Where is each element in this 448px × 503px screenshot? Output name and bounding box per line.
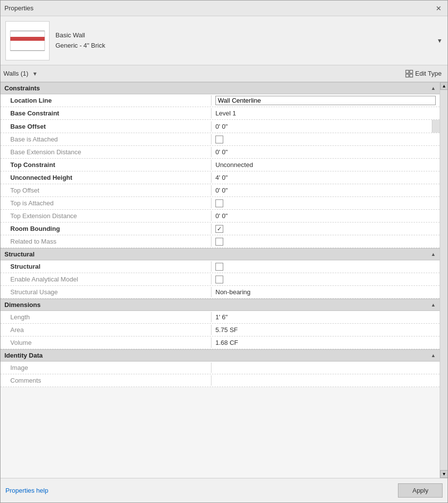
prop-checkbox[interactable] [215, 263, 223, 271]
property-row: Top Extension Distance0' 0" [0, 210, 440, 223]
property-row: Top ConstraintUnconnected [0, 159, 440, 171]
properties-scroll-area[interactable]: Constraints▲Location LineBase Constraint… [0, 82, 440, 478]
section-collapse-constraints[interactable]: ▲ [431, 85, 436, 91]
prop-value: 1' 6" [211, 312, 440, 322]
prop-value [211, 379, 440, 382]
prop-label: Related to Mass [0, 236, 211, 247]
apply-button[interactable]: Apply [398, 483, 443, 498]
property-row: Enable Analytical Model [0, 273, 440, 286]
element-instance-name: Generic - 4" Brick [55, 41, 431, 51]
property-row: Area5.75 SF [0, 324, 440, 336]
prop-value: 0' 0" [211, 211, 440, 221]
prop-label: Top Offset [0, 185, 211, 196]
prop-label: Base Extension Distance [0, 147, 211, 157]
prop-label: Enable Analytical Model [0, 274, 211, 284]
properties-window: Properties ✕ Basic Wall Generic - 4" Bri… [0, 0, 448, 503]
section-label-dimensions: Dimensions [4, 301, 41, 308]
prop-label: Room Bounding [0, 224, 211, 234]
section-header-dimensions[interactable]: Dimensions▲ [0, 299, 440, 311]
type-selector-left: Walls (1) ▼ [3, 70, 38, 77]
section-header-constraints[interactable]: Constraints▲ [0, 82, 440, 94]
prop-label: Location Line [0, 95, 211, 106]
prop-label: Image [0, 363, 211, 373]
section-label-identity: Identity Data [4, 352, 43, 359]
section-label-constraints: Constraints [4, 84, 40, 92]
prop-value: Level 1 [211, 108, 440, 118]
section-header-structural[interactable]: Structural▲ [0, 248, 440, 260]
svg-rect-7 [410, 74, 413, 77]
prop-checkbox[interactable] [215, 136, 223, 143]
prop-value: 0' 0" [211, 147, 440, 157]
prop-value[interactable] [211, 274, 440, 285]
property-row: Top is Attached [0, 197, 440, 210]
property-row: Top Offset0' 0" [0, 184, 440, 197]
prop-label: Structural [0, 261, 211, 272]
prop-checkbox[interactable] [215, 225, 223, 233]
prop-value[interactable] [211, 94, 440, 107]
prop-value [211, 366, 440, 369]
property-row: Structural UsageNon-bearing [0, 286, 440, 299]
prop-value[interactable] [211, 224, 440, 234]
prop-label: Area [0, 325, 211, 335]
element-type-name: Basic Wall [55, 30, 431, 41]
prop-label: Top is Attached [0, 198, 211, 208]
scroll-up-button[interactable]: ▲ [440, 82, 448, 90]
right-scrollbar: ▲ ▼ [440, 82, 448, 478]
prop-label: Unconnected Height [0, 172, 211, 183]
svg-rect-1 [10, 37, 45, 41]
svg-rect-6 [406, 74, 409, 77]
element-name: Basic Wall Generic - 4" Brick [55, 30, 431, 51]
close-button[interactable]: ✕ [434, 3, 444, 13]
prop-label: Base is Attached [0, 134, 211, 144]
section-collapse-dimensions[interactable]: ▲ [431, 302, 436, 307]
prop-checkbox[interactable] [215, 276, 223, 283]
edit-type-label: Edit Type [415, 70, 442, 77]
prop-checkbox[interactable] [215, 199, 223, 207]
footer: Properties help Apply [0, 478, 448, 503]
properties-help-link[interactable]: Properties help [5, 487, 48, 494]
section-header-identity[interactable]: Identity Data▲ [0, 349, 440, 362]
scroll-down-button[interactable]: ▼ [440, 470, 448, 478]
section-collapse-identity[interactable]: ▲ [431, 353, 436, 358]
prop-value[interactable] [211, 236, 440, 247]
svg-rect-4 [406, 70, 409, 73]
property-row: Related to Mass [0, 235, 440, 248]
prop-label: Top Extension Distance [0, 211, 211, 221]
type-selector-dropdown[interactable]: ▼ [32, 71, 38, 77]
prop-value: 4' 0" [211, 172, 440, 183]
element-header: Basic Wall Generic - 4" Brick ▼ [0, 16, 448, 65]
prop-checkbox[interactable] [215, 238, 223, 246]
property-row: Comments [0, 374, 440, 387]
element-dropdown-arrow[interactable]: ▼ [437, 37, 443, 44]
window-title: Properties [4, 4, 33, 12]
property-row: Unconnected Height4' 0" [0, 171, 440, 184]
edit-type-button[interactable]: Edit Type [402, 69, 445, 79]
prop-value: Unconnected [211, 160, 440, 170]
property-row: Room Bounding [0, 223, 440, 235]
property-row: Base is Attached [0, 133, 440, 146]
svg-rect-5 [410, 70, 413, 73]
property-row: Length1' 6" [0, 311, 440, 324]
prop-label: Base Constraint [0, 108, 211, 118]
prop-label: Top Constraint [0, 160, 211, 170]
edit-type-icon [405, 70, 413, 78]
property-row: Base ConstraintLevel 1 [0, 107, 440, 120]
property-row: Volume1.68 CF [0, 336, 440, 349]
prop-value: Non-bearing [211, 287, 440, 297]
property-row: Structural [0, 260, 440, 273]
type-selector-text: Walls (1) [3, 70, 28, 77]
prop-value[interactable] [211, 198, 440, 209]
prop-label: Base Offset [0, 121, 211, 132]
prop-label: Structural Usage [0, 287, 211, 297]
prop-value: 5.75 SF [211, 325, 440, 335]
type-selector-row: Walls (1) ▼ Edit Type [0, 65, 448, 82]
section-collapse-structural[interactable]: ▲ [431, 252, 436, 257]
prop-input[interactable] [215, 96, 436, 105]
prop-value: 0' 0" [211, 185, 440, 196]
title-bar: Properties ✕ [0, 0, 448, 16]
prop-value[interactable] [211, 261, 440, 272]
prop-value[interactable] [211, 134, 440, 145]
property-row: Location Line [0, 94, 440, 107]
property-row: Base Extension Distance0' 0" [0, 146, 440, 159]
prop-scroll-handle[interactable] [432, 120, 440, 133]
